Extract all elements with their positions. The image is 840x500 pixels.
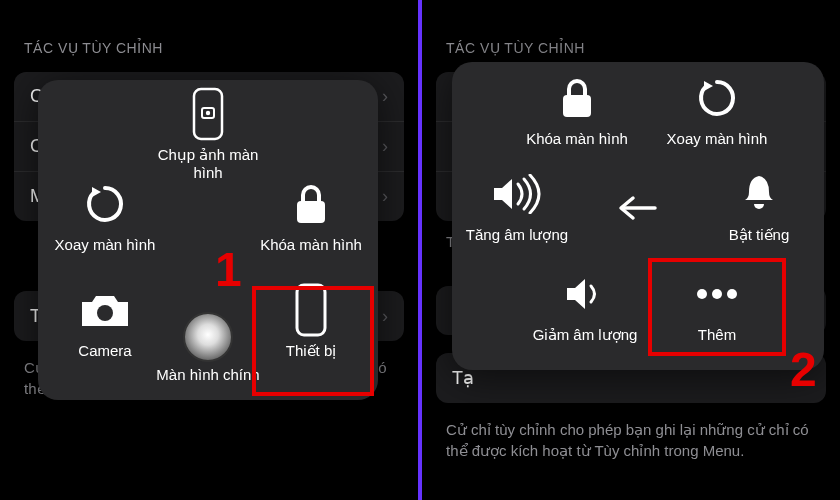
section-header: TÁC VỤ TÙY CHỈNH (0, 0, 418, 66)
menu-label: Giảm âm lượng (533, 326, 638, 344)
home-button[interactable] (183, 312, 233, 362)
menu-label: Chụp ảnh màn hình (153, 146, 263, 182)
svg-point-2 (206, 111, 210, 115)
menu-item-rotate[interactable]: Xoay màn hình (50, 176, 160, 254)
lock-icon (291, 176, 331, 232)
svg-point-10 (697, 289, 707, 299)
menu-item-rotate[interactable]: Xoay màn hình (662, 70, 772, 148)
row-label: Tạ (452, 367, 474, 389)
svg-rect-4 (297, 201, 325, 223)
rotate-icon (693, 70, 741, 126)
lock-icon (557, 70, 597, 126)
menu-label: Thiết bị (286, 342, 337, 360)
back-arrow-icon (615, 180, 659, 236)
camera-icon (78, 282, 132, 338)
svg-point-12 (727, 289, 737, 299)
assistivetouch-device-menu: Khóa màn hình Xoay màn hình Tăng âm lượn… (452, 62, 824, 370)
menu-item-volume-down[interactable]: Giảm âm lượng (530, 266, 640, 344)
svg-point-11 (712, 289, 722, 299)
menu-item-unmute[interactable]: Bật tiếng (704, 166, 814, 244)
screenshot-icon (188, 86, 228, 142)
menu-label-home: Màn hình chính (38, 366, 378, 383)
pane-step-1: TÁC VỤ TÙY CHỈNH C › C › M › Tạ › Cử chỉ… (0, 0, 418, 500)
volume-down-icon (563, 266, 607, 322)
menu-label: Bật tiếng (729, 226, 790, 244)
menu-label: Xoay màn hình (667, 130, 768, 148)
svg-rect-6 (297, 285, 325, 335)
svg-point-5 (97, 305, 113, 321)
menu-label: Thêm (698, 326, 736, 344)
more-icon (692, 266, 742, 322)
menu-item-lock[interactable]: Khóa màn hình (522, 70, 632, 148)
menu-item-lock[interactable]: Khóa màn hình (256, 176, 366, 254)
menu-label: Khóa màn hình (526, 130, 628, 148)
svg-marker-3 (92, 187, 101, 197)
device-icon (293, 282, 329, 338)
assistivetouch-menu: Chụp ảnh màn hình Xoay màn hình Khóa màn… (38, 80, 378, 400)
menu-label: Camera (78, 342, 131, 360)
menu-item-screenshot[interactable]: Chụp ảnh màn hình (153, 86, 263, 182)
rotate-icon (81, 176, 129, 232)
menu-item-more[interactable]: Thêm (662, 266, 772, 344)
chevron-right-icon: › (382, 136, 388, 157)
chevron-right-icon: › (382, 86, 388, 107)
menu-item-camera[interactable]: Camera (50, 282, 160, 360)
menu-item-back[interactable] (592, 180, 682, 236)
volume-up-icon (490, 166, 544, 222)
pane-step-2: TÁC VỤ TÙY CHỈNH C › C › N › T C › Tạ Cử… (422, 0, 840, 500)
svg-marker-8 (704, 81, 713, 91)
svg-rect-7 (563, 95, 591, 117)
chevron-right-icon: › (382, 306, 388, 327)
section-header: TÁC VỤ TÙY CHỈNH (422, 0, 840, 66)
menu-item-device[interactable]: Thiết bị (256, 282, 366, 360)
menu-label: Tăng âm lượng (466, 226, 568, 244)
chevron-right-icon: › (382, 186, 388, 207)
menu-label: Xoay màn hình (55, 236, 156, 254)
menu-label: Khóa màn hình (260, 236, 362, 254)
description-text: Cử chỉ tùy chỉnh cho phép bạn ghi lại nh… (422, 409, 840, 485)
bell-icon (739, 166, 779, 222)
menu-item-volume-up[interactable]: Tăng âm lượng (462, 166, 572, 244)
